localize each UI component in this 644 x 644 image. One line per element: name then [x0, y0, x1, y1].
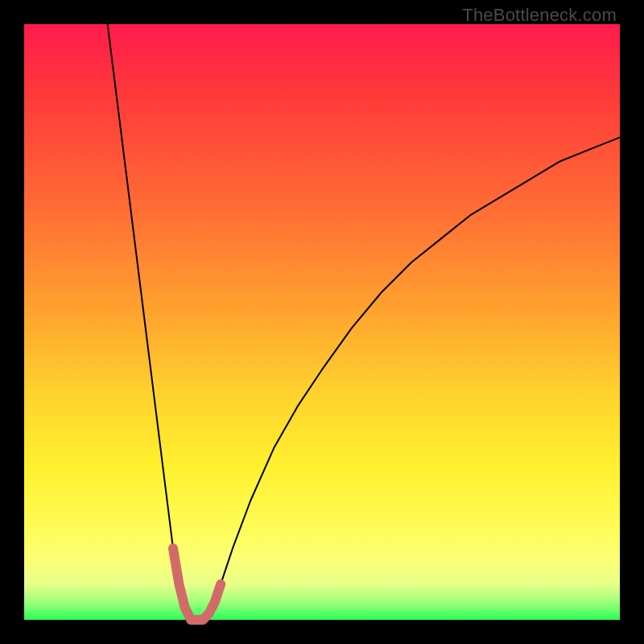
watermark-text: TheBottleneck.com — [462, 5, 617, 26]
plot-area — [24, 24, 620, 620]
curve-svg — [24, 24, 620, 620]
series-valley-marker — [173, 548, 221, 620]
outer-frame: TheBottleneck.com — [0, 0, 644, 644]
series-main-curve — [108, 24, 620, 620]
